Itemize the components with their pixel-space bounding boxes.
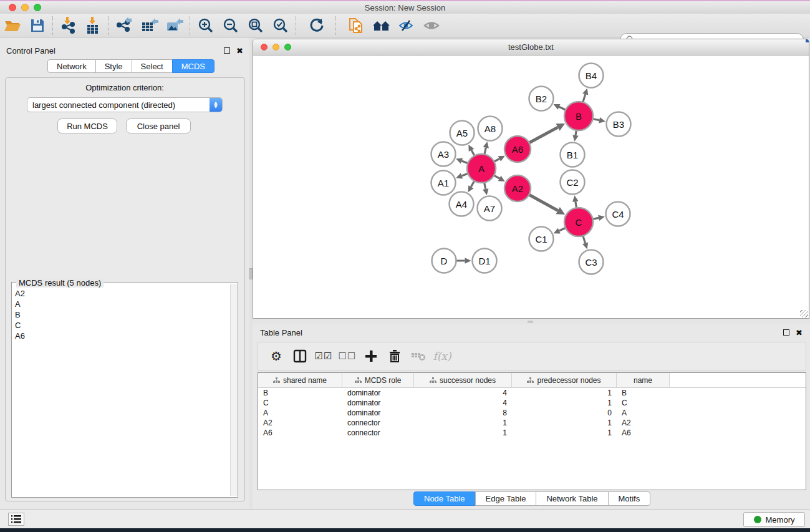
eye-button[interactable] — [419, 16, 444, 36]
table-cell[interactable]: A — [258, 409, 342, 417]
optimization-criterion-select[interactable]: largest connected component (directed) ▲… — [27, 97, 223, 112]
table-cell[interactable]: 1 — [414, 418, 512, 427]
network-window-titlebar[interactable]: testGlobe.txt — [253, 39, 809, 56]
table-settings-button[interactable]: ⚙ — [264, 345, 288, 367]
column-header-successor-nodes[interactable]: successor nodes — [414, 373, 512, 387]
table-cell[interactable]: 4 — [414, 389, 512, 397]
mcds-result-item[interactable]: A6 — [12, 331, 229, 341]
zoom-in-button[interactable] — [193, 16, 218, 36]
table-cell[interactable]: A2 — [258, 418, 342, 427]
graph-node-label: A1 — [438, 178, 449, 188]
tab-edge-table[interactable]: Edge Table — [475, 491, 537, 506]
function-builder-button[interactable]: f(x) — [430, 345, 454, 367]
zoom-out-button[interactable] — [218, 16, 243, 36]
column-visibility-button[interactable] — [288, 345, 312, 367]
table-panel: Table Panel ✖ ⚙ ☑☑ ☐☐ — [253, 324, 810, 509]
table-cell[interactable]: 1 — [512, 418, 617, 427]
refresh-button[interactable] — [304, 16, 329, 36]
export-table-button[interactable] — [137, 16, 162, 36]
import-network-icon — [60, 17, 77, 34]
table-row[interactable]: Bdominator41B — [258, 388, 806, 398]
table-row[interactable]: A2connector11A2 — [258, 418, 806, 428]
float-panel-icon[interactable] — [224, 47, 230, 54]
table-cell[interactable]: 1 — [512, 399, 617, 407]
table-cell[interactable]: C — [617, 399, 670, 407]
table-cell[interactable]: 1 — [512, 389, 617, 397]
save-session-button[interactable] — [25, 16, 50, 36]
table-cell[interactable]: B — [258, 389, 342, 397]
home-networks-button[interactable] — [369, 16, 394, 36]
table-cell[interactable]: 0 — [512, 409, 617, 417]
result-list-scrollbar[interactable] — [230, 284, 238, 496]
zoom-selected-button[interactable] — [268, 16, 293, 36]
show-hide-graphics-button[interactable] — [394, 16, 419, 36]
horizontal-splitter-handle[interactable] — [528, 321, 533, 323]
table-row[interactable]: Adominator80A — [258, 408, 806, 418]
graph-node-label: B1 — [567, 150, 578, 160]
toolbar-separator — [52, 16, 54, 35]
graph-node-label: C3 — [585, 257, 597, 268]
column-header-mcds-role[interactable]: MCDS role — [342, 373, 414, 387]
tab-network[interactable]: Network — [47, 59, 96, 73]
table-cell[interactable]: dominator — [342, 409, 414, 417]
close-panel-button[interactable]: Close panel — [126, 118, 191, 133]
export-image-button[interactable] — [162, 16, 187, 36]
main-titlebar: Session: New Session — [0, 1, 810, 14]
import-network-button[interactable] — [56, 16, 81, 36]
table-cell[interactable]: connector — [342, 418, 414, 427]
table-cell[interactable]: B — [617, 389, 670, 397]
tab-node-table[interactable]: Node Table — [413, 491, 476, 506]
open-session-button[interactable] — [0, 16, 25, 36]
clone-network-button[interactable] — [344, 16, 369, 36]
table-cell[interactable]: dominator — [342, 389, 414, 397]
memory-button[interactable]: Memory — [743, 512, 805, 527]
table-cell[interactable]: 4 — [414, 399, 512, 407]
network-graph-canvas[interactable]: B4B2BB3A5A8A6A3AB1A1A2C2A4A7C4CC1C3DD1 — [253, 56, 809, 318]
table-row[interactable]: Cdominator41C — [258, 398, 806, 408]
delete-column-button[interactable] — [383, 345, 407, 367]
graph-node-label: B3 — [613, 119, 624, 130]
export-network-button[interactable] — [112, 16, 137, 36]
tab-network-table[interactable]: Network Table — [536, 491, 608, 506]
delete-table-button[interactable] — [407, 345, 430, 367]
table-cell[interactable]: connector — [342, 428, 414, 437]
import-table-button[interactable] — [81, 16, 106, 36]
task-history-button[interactable] — [8, 513, 24, 526]
mcds-result-list[interactable]: A2ABCA6 — [12, 288, 229, 495]
mcds-result-item[interactable]: C — [12, 320, 229, 331]
column-header-shared-name[interactable]: shared name — [258, 373, 342, 387]
table-cell[interactable]: C — [258, 399, 342, 407]
network-corner-mark — [806, 39, 809, 42]
mcds-result-item[interactable]: B — [12, 309, 229, 320]
mcds-result-item[interactable]: A2 — [12, 288, 229, 299]
deselect-all-rows-button[interactable]: ☐☐ — [335, 345, 359, 367]
table-cell[interactable]: 1 — [512, 428, 617, 437]
table-cell[interactable]: A6 — [258, 428, 342, 437]
shared-column-icon — [430, 377, 436, 384]
zoom-in-icon — [198, 17, 214, 34]
table-cell[interactable]: 1 — [414, 428, 512, 437]
create-column-button[interactable] — [359, 345, 383, 367]
mcds-result-item[interactable]: A — [12, 299, 229, 309]
zoom-fit-button[interactable] — [243, 16, 268, 36]
select-all-rows-button[interactable]: ☑☑ — [312, 345, 335, 367]
tab-select[interactable]: Select — [132, 59, 173, 73]
table-cell[interactable]: A — [617, 409, 670, 417]
table-float-panel-icon[interactable] — [783, 329, 789, 336]
column-header-predecessor-nodes[interactable]: predecessor nodes — [512, 373, 617, 387]
table-row[interactable]: A6connector11A6 — [258, 428, 806, 438]
tab-style[interactable]: Style — [95, 59, 132, 73]
column-header-name[interactable]: name — [617, 373, 670, 387]
unchecked-boxes-icon: ☐☐ — [339, 351, 357, 362]
table-cell[interactable]: 8 — [414, 409, 512, 417]
table-cell[interactable]: A2 — [617, 418, 670, 427]
list-icon — [11, 515, 21, 523]
table-close-panel-icon[interactable]: ✖ — [796, 329, 803, 337]
close-panel-icon[interactable]: ✖ — [236, 47, 243, 55]
tab-motifs[interactable]: Motifs — [608, 491, 651, 506]
table-cell[interactable]: A6 — [617, 428, 670, 437]
network-resize-grip[interactable] — [800, 310, 808, 317]
run-mcds-button[interactable]: Run MCDS — [57, 118, 117, 133]
table-cell[interactable]: dominator — [342, 399, 414, 407]
tab-mcds[interactable]: MCDS — [172, 59, 215, 73]
